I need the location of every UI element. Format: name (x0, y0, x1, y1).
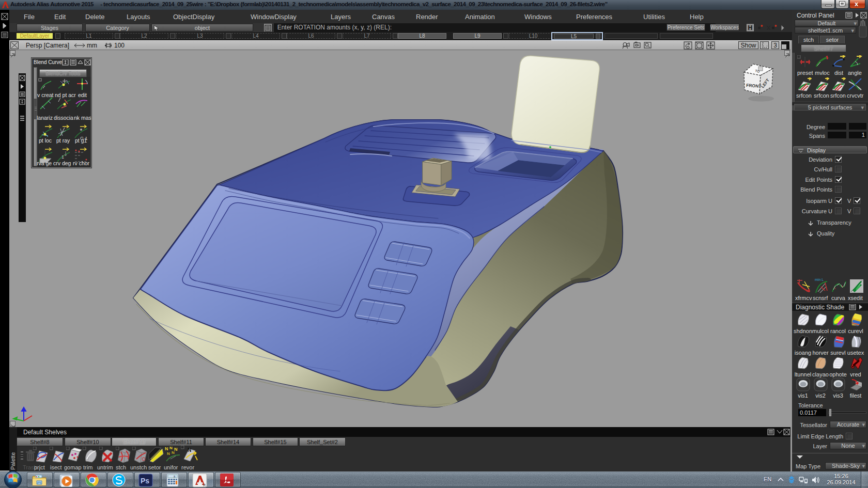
svg-text:N: N (188, 447, 191, 453)
svg-text:N: N (174, 447, 178, 452)
svg-text:H: H (748, 24, 753, 32)
svg-text:N: N (165, 446, 168, 451)
svg-text:N: N (167, 451, 170, 456)
svg-text:min L: min L (815, 278, 824, 281)
svg-text:N: N (169, 446, 173, 450)
svg-text:R: R (203, 483, 206, 487)
svg-text:N: N (172, 450, 175, 455)
svg-text:FRONT: FRONT (746, 83, 762, 89)
svg-text:Ps: Ps (141, 477, 149, 485)
